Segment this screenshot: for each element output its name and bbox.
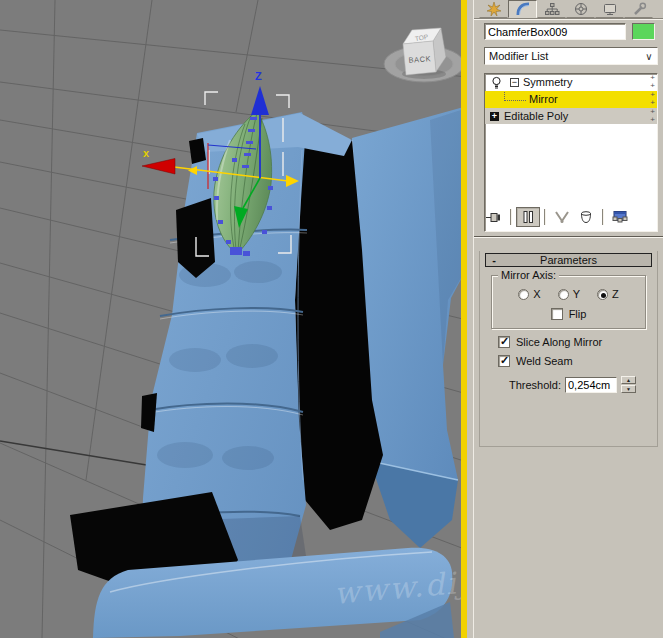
x-axis-arrowhead[interactable] — [142, 159, 175, 175]
viewcube[interactable]: TOP BACK — [384, 28, 464, 82]
slice-along-mirror-label: Slice Along Mirror — [516, 336, 602, 348]
radio-x[interactable]: X — [518, 288, 540, 300]
flip-label: Flip — [569, 308, 587, 320]
3ds-max-window: www.dijitaldevs.com — [0, 0, 663, 638]
radio-y[interactable]: Y — [558, 288, 580, 300]
tabs-divider — [474, 18, 663, 20]
tab-utilities[interactable] — [624, 0, 653, 18]
radio-y-dot[interactable] — [558, 289, 569, 300]
flip-checkbox[interactable]: Flip — [551, 308, 587, 320]
threshold-input[interactable] — [565, 377, 617, 393]
tree-connector — [504, 92, 526, 101]
threshold-row: Threshold: ▲ ▼ — [509, 376, 652, 393]
z-axis-arrowhead[interactable] — [251, 86, 269, 115]
spinner-down-button[interactable]: ▼ — [621, 385, 636, 393]
viewport-scene: www.dijitaldevs.com — [0, 0, 467, 638]
tab-motion[interactable] — [566, 0, 595, 18]
hierarchy-icon — [544, 1, 560, 17]
z-axis-label: Z — [255, 70, 262, 82]
flip-checkbox-box[interactable] — [551, 308, 563, 320]
threshold-label: Threshold: — [509, 379, 561, 391]
command-panel-tabs — [479, 0, 653, 18]
configure-modifier-sets-button[interactable] — [608, 207, 632, 227]
viewport-3d[interactable]: www.dijitaldevs.com — [0, 0, 467, 638]
radio-x-label: X — [533, 288, 540, 300]
tab-modify[interactable] — [508, 0, 537, 18]
show-end-result-icon — [521, 209, 535, 225]
command-panel: Modifier List ∨ − Symmetry ++ Mirror ++ … — [473, 0, 663, 638]
trash-icon — [578, 209, 594, 225]
pin-stack-icon — [485, 209, 503, 225]
weld-seam-checkbox[interactable]: Weld Seam — [498, 355, 652, 367]
weld-seam-label: Weld Seam — [516, 355, 573, 367]
tab-create[interactable] — [479, 0, 508, 18]
chevron-down-icon: ∨ — [641, 51, 657, 62]
stack-row-editable-poly[interactable]: + Editable Poly ++ — [485, 108, 657, 124]
radio-z-dot[interactable] — [597, 289, 608, 300]
parameters-rollout-header[interactable]: - Parameters — [485, 253, 652, 267]
utilities-icon — [631, 1, 647, 17]
expand-plus-icon[interactable]: + — [490, 112, 499, 121]
create-icon — [486, 1, 502, 17]
radio-z-label: Z — [612, 288, 619, 300]
remove-modifier-button[interactable] — [574, 207, 598, 227]
radio-y-label: Y — [573, 288, 580, 300]
stack-toolbar — [482, 206, 632, 228]
configure-modifier-sets-icon — [611, 209, 629, 225]
rollout-title: Parameters — [502, 254, 651, 266]
modify-icon — [515, 1, 531, 17]
stack-row-symmetry[interactable]: − Symmetry ++ — [485, 74, 657, 91]
object-name-field[interactable] — [484, 23, 626, 40]
viewcube-back-label[interactable]: BACK — [408, 54, 431, 65]
object-color-swatch[interactable] — [632, 23, 655, 40]
bulb-icon[interactable] — [490, 76, 503, 89]
panel-splitter[interactable] — [474, 236, 663, 238]
make-unique-icon — [553, 209, 571, 225]
make-unique-button[interactable] — [550, 207, 574, 227]
modifier-label: Mirror — [529, 91, 558, 108]
mirror-axis-label: Mirror Axis: — [498, 269, 559, 281]
show-end-result-button[interactable] — [516, 207, 540, 227]
radio-z[interactable]: Z — [597, 288, 619, 300]
modifier-list-dropdown[interactable]: Modifier List ∨ — [484, 47, 658, 65]
x-axis-label: x — [143, 147, 150, 159]
collapse-expander-icon[interactable]: − — [510, 78, 519, 87]
slice-along-mirror-checkbox[interactable]: Slice Along Mirror — [498, 336, 652, 348]
motion-icon — [573, 1, 589, 17]
stack-row-mirror[interactable]: Mirror ++ — [485, 91, 657, 108]
mirror-axis-radios: X Y Z — [496, 288, 641, 300]
mirror-axis-group: Mirror Axis: X Y Z — [491, 275, 646, 329]
threshold-spinner: ▲ ▼ — [621, 376, 636, 393]
rollout-collapse-icon[interactable]: - — [486, 254, 502, 266]
parameters-rollout: - Parameters Mirror Axis: X Y — [479, 251, 658, 447]
spinner-up-button[interactable]: ▲ — [621, 376, 636, 384]
modifier-label: Symmetry — [523, 74, 573, 91]
pin-stack-button[interactable] — [482, 207, 506, 227]
radio-x-dot[interactable] — [518, 289, 529, 300]
tab-display[interactable] — [595, 0, 624, 18]
display-icon — [602, 1, 618, 17]
modifier-label: Editable Poly — [504, 108, 568, 124]
weld-seam-box[interactable] — [498, 355, 510, 367]
slice-along-mirror-box[interactable] — [498, 336, 510, 348]
tab-hierarchy[interactable] — [537, 0, 566, 18]
modifier-list-label: Modifier List — [489, 50, 548, 62]
